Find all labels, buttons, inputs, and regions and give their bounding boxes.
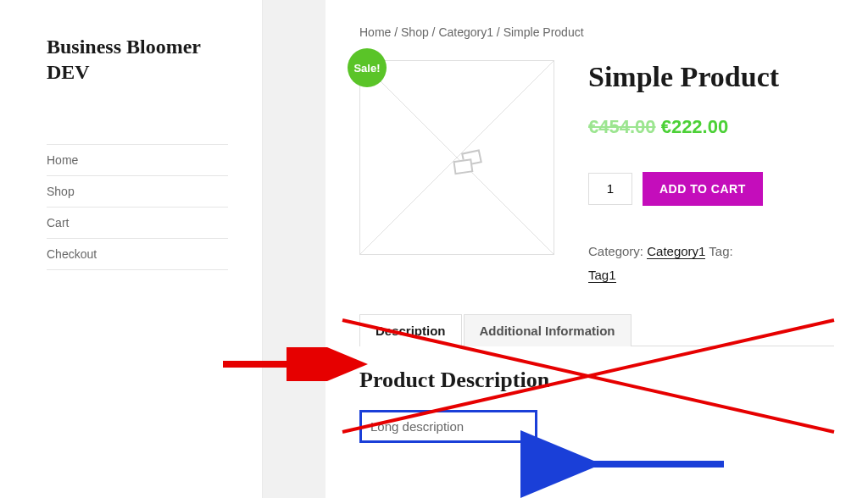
tab-additional-information[interactable]: Additional Information: [464, 314, 632, 346]
placeholder-pattern: [360, 61, 554, 254]
description-heading: Product Description: [359, 368, 834, 393]
price: €454.00 €222.00: [588, 116, 834, 138]
add-to-cart-button[interactable]: ADD TO CART: [643, 172, 763, 206]
main-content: Home / Shop / Category1 / Simple Product…: [326, 0, 868, 498]
tabs: Description Additional Information: [359, 313, 834, 346]
nav-home[interactable]: Home: [47, 144, 228, 175]
product-image[interactable]: Sale!: [359, 60, 554, 255]
category-link[interactable]: Category1: [647, 244, 705, 259]
nav-shop[interactable]: Shop: [47, 175, 228, 207]
nav-cart[interactable]: Cart: [47, 207, 228, 238]
old-price: €454.00: [588, 116, 656, 137]
quantity-input[interactable]: [588, 173, 632, 205]
tab-description[interactable]: Description: [359, 314, 462, 346]
product-meta: Category: Category1 Tag: Tag1: [588, 240, 834, 288]
breadcrumb[interactable]: Home / Shop / Category1 / Simple Product: [359, 25, 834, 39]
tag-label: Tag:: [709, 244, 732, 258]
category-label: Category:: [588, 244, 643, 258]
product-row: Sale! Simple Product €454.00 €222.00 ADD…: [359, 60, 834, 288]
site-title[interactable]: Business Bloomer DEV: [47, 34, 228, 85]
product-title: Simple Product: [588, 60, 834, 95]
product-summary: Simple Product €454.00 €222.00 ADD TO CA…: [588, 60, 834, 288]
buy-row: ADD TO CART: [588, 172, 834, 206]
nav-list: Home Shop Cart Checkout: [47, 144, 228, 270]
sidebar: Business Bloomer DEV Home Shop Cart Chec…: [0, 0, 263, 498]
long-description: Long description: [359, 410, 537, 443]
new-price: €222.00: [661, 116, 729, 137]
tag-link[interactable]: Tag1: [588, 268, 616, 283]
layout-gap: [263, 0, 326, 498]
nav-checkout[interactable]: Checkout: [47, 238, 228, 270]
sale-badge: Sale!: [348, 48, 387, 87]
